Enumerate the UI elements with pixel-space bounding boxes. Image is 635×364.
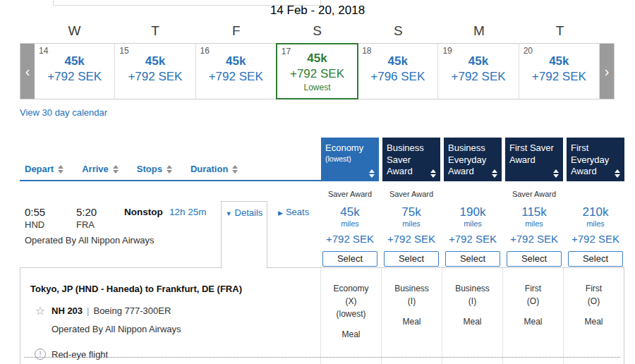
flight-number: NH 203 [52, 305, 83, 316]
day-number: 18 [362, 46, 371, 56]
calendar-cell-19[interactable]: 19 45k +792 SEK [438, 44, 519, 99]
dow-label: S [277, 23, 358, 39]
sort-stops[interactable]: Stops [137, 164, 172, 174]
calendar-cell-20[interactable]: 20 45k +792 SEK [519, 44, 600, 99]
warning-text: Red-eye flight [52, 349, 108, 360]
chevron-left-icon[interactable]: ‹ [20, 44, 35, 99]
price-value: +792 SEK [505, 233, 563, 245]
miles-unit: miles [567, 219, 624, 228]
sort-arrows-icon [615, 169, 620, 178]
cell-miles: 45k [35, 54, 114, 69]
fare-header-label: Economy [325, 142, 375, 154]
cabin-name: First [564, 282, 624, 295]
sort-arrows-icon [113, 165, 119, 174]
sort-label: Arrive [82, 164, 109, 174]
chevron-right-icon[interactable]: › [600, 44, 614, 99]
seats-link[interactable]: ▶Seats [278, 207, 309, 217]
price-value: +792 SEK [382, 233, 440, 245]
cutoff-search-box [53, 0, 321, 6]
cabin-name: First [503, 282, 563, 295]
route-title: Tokyo, JP (HND - Haneda) to Frankfurt, D… [30, 284, 320, 294]
sort-columns: Depart Arrive Stops Duration [20, 138, 321, 181]
select-button-first-everyday[interactable]: Select [568, 251, 623, 267]
calendar-cell-15[interactable]: 15 45k +792 SEK [115, 44, 195, 99]
separator: | [87, 305, 89, 316]
cell-price: +792 SEK [277, 66, 357, 82]
flight-info: 0:55 HND 5:20 FRA Nonstop 12h 25m Operat… [20, 184, 321, 267]
select-button-first-saver[interactable]: Select [507, 251, 562, 267]
meal-label: Meal [382, 315, 442, 328]
view-30-day-calendar-link[interactable]: View 30 day calendar [20, 107, 107, 118]
fare-cell-economy: Saver Award 45k miles +792 SEK Select [321, 184, 379, 267]
miles-value: 115k [505, 205, 563, 219]
flight-result-row: 0:55 HND 5:20 FRA Nonstop 12h 25m Operat… [20, 184, 624, 267]
column-header-economy[interactable]: Economy (lowest) [321, 138, 379, 181]
select-button-business-everyday[interactable]: Select [445, 251, 500, 267]
cell-miles: 45k [519, 54, 599, 69]
flight-details-panel: Tokyo, JP (HND - Haneda) to Frankfurt, D… [20, 267, 624, 364]
cell-price: +792 SEK [196, 69, 276, 85]
fare-header-label: Business Everyday Award [448, 142, 497, 178]
column-header-business-saver[interactable]: Business Saver Award [382, 138, 440, 181]
column-header-first-saver[interactable]: First Saver Award [505, 138, 563, 181]
miles-unit: miles [505, 219, 563, 228]
cell-miles: 45k [196, 54, 276, 69]
depart-airport: HND [25, 219, 45, 230]
sort-arrows-icon [430, 169, 436, 178]
select-button-economy[interactable]: Select [322, 251, 377, 267]
calendar-cell-16[interactable]: 16 45k +792 SEK [196, 44, 277, 99]
sort-arrows-icon [232, 165, 238, 174]
sort-arrive[interactable]: Arrive [82, 164, 119, 174]
meal-label: Meal [564, 315, 624, 328]
sort-arrows-icon [553, 169, 559, 178]
award-type-label: Saver Award [382, 190, 440, 202]
sort-duration[interactable]: Duration [190, 164, 238, 174]
column-header-first-everyday[interactable]: First Everyday Award [567, 138, 624, 181]
award-type-label: Saver Award [505, 190, 563, 202]
calendar-cell-18[interactable]: 18 45k +796 SEK [358, 44, 438, 99]
details-label: Details [235, 207, 263, 218]
cabin-business-everyday: Business (I) Meal [442, 268, 502, 364]
cabin-first-saver: First (O) Meal [502, 268, 563, 364]
cabin-name: Economy [321, 282, 381, 295]
award-type-label: Saver Award [321, 190, 379, 202]
details-link[interactable]: ▼Details [226, 207, 263, 218]
warning-icon: ! [35, 348, 46, 360]
lowest-badge: Lowest [277, 82, 357, 94]
duration-value: 12h 25m [169, 207, 207, 217]
cabin-code: (X) [321, 295, 381, 308]
sort-label: Duration [190, 164, 228, 174]
meal-label: Meal [442, 315, 502, 328]
miles-unit: miles [321, 219, 379, 228]
details-panel-info: Tokyo, JP (HND - Haneda) to Frankfurt, D… [20, 268, 320, 364]
dow-label: F [195, 23, 277, 39]
cell-price: +796 SEK [358, 69, 437, 85]
details-expander[interactable]: ▼Details [221, 201, 267, 269]
cell-price: +792 SEK [115, 69, 195, 85]
cabin-note: (lowest) [321, 308, 381, 320]
caret-down-icon: ▼ [226, 210, 232, 217]
cell-miles: 45k [438, 54, 518, 69]
column-header-business-everyday[interactable]: Business Everyday Award [444, 138, 502, 181]
day-number: 15 [119, 46, 128, 56]
depart-time: 0:55 [25, 205, 45, 219]
fare-header-label: First Saver Award [509, 142, 559, 166]
cell-price: +792 SEK [35, 69, 114, 85]
select-button-business-saver[interactable]: Select [384, 251, 439, 267]
sort-arrows-icon [369, 169, 375, 178]
flight-number-line: ☆ NH 203 | Boeing 777-300ER [29, 304, 320, 317]
cabin-business-saver: Business (I) Meal [381, 268, 442, 364]
fare-cells: Saver Award 45k miles +792 SEK Select Sa… [321, 184, 624, 267]
operated-by-text: Operated By All Nippon Airways [25, 235, 155, 245]
fare-cell-first-saver: Saver Award 115k miles +792 SEK Select [505, 184, 563, 267]
arrive-time: 5:20 [76, 205, 97, 219]
calendar-cell-17-selected[interactable]: 17 45k +792 SEK Lowest [276, 43, 358, 99]
sort-depart[interactable]: Depart [25, 164, 64, 174]
day-number: 14 [39, 46, 48, 56]
sort-arrows-icon [58, 165, 64, 174]
cabin-code: (O) [503, 295, 563, 308]
fare-header-label: First Everyday Award [571, 142, 620, 178]
depart-block: 0:55 HND [25, 205, 45, 230]
calendar-cell-14[interactable]: 14 45k +792 SEK [35, 44, 115, 99]
cabin-columns: Economy (X) (lowest) Meal Business (I) M… [320, 268, 624, 364]
